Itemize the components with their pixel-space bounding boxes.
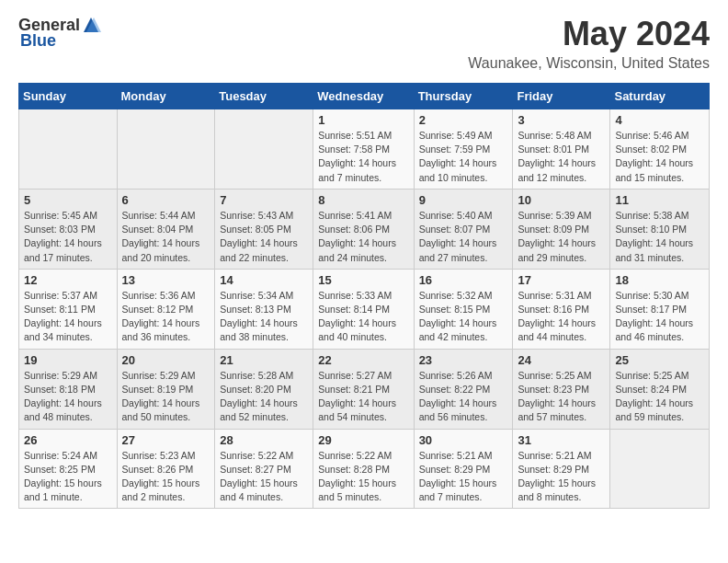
weekday-header-tuesday: Tuesday <box>215 84 313 109</box>
day-number: 26 <box>24 433 112 447</box>
calendar-cell: 21Sunrise: 5:28 AM Sunset: 8:20 PM Dayli… <box>215 349 313 429</box>
day-number: 2 <box>419 113 508 127</box>
day-details: Sunrise: 5:46 AM Sunset: 8:02 PM Dayligh… <box>615 129 704 185</box>
calendar-cell: 23Sunrise: 5:26 AM Sunset: 8:22 PM Dayli… <box>414 349 513 429</box>
day-number: 1 <box>318 113 408 127</box>
day-details: Sunrise: 5:48 AM Sunset: 8:01 PM Dayligh… <box>518 129 605 185</box>
day-details: Sunrise: 5:43 AM Sunset: 8:05 PM Dayligh… <box>220 209 308 265</box>
weekday-header-saturday: Saturday <box>610 84 710 109</box>
day-number: 9 <box>419 193 508 207</box>
day-number: 17 <box>518 273 605 287</box>
week-row-1: 1Sunrise: 5:51 AM Sunset: 7:58 PM Daylig… <box>19 109 710 190</box>
day-number: 16 <box>419 273 508 287</box>
calendar-cell: 10Sunrise: 5:39 AM Sunset: 8:09 PM Dayli… <box>513 189 610 269</box>
day-details: Sunrise: 5:34 AM Sunset: 8:13 PM Dayligh… <box>220 289 308 345</box>
calendar-cell: 25Sunrise: 5:25 AM Sunset: 8:24 PM Dayli… <box>610 349 710 429</box>
calendar-cell: 9Sunrise: 5:40 AM Sunset: 8:07 PM Daylig… <box>414 189 513 269</box>
day-number: 4 <box>615 113 704 127</box>
title-area: May 2024 Waunakee, Wisconsin, United Sta… <box>468 15 710 72</box>
day-number: 21 <box>220 353 308 367</box>
day-details: Sunrise: 5:51 AM Sunset: 7:58 PM Dayligh… <box>318 129 408 185</box>
calendar-cell: 5Sunrise: 5:45 AM Sunset: 8:03 PM Daylig… <box>19 189 118 269</box>
calendar-cell: 6Sunrise: 5:44 AM Sunset: 8:04 PM Daylig… <box>117 189 215 269</box>
calendar-cell: 19Sunrise: 5:29 AM Sunset: 8:18 PM Dayli… <box>19 349 118 429</box>
day-details: Sunrise: 5:38 AM Sunset: 8:10 PM Dayligh… <box>615 209 704 265</box>
day-number: 30 <box>419 433 508 447</box>
day-number: 11 <box>615 193 704 207</box>
day-number: 13 <box>122 273 210 287</box>
calendar-cell: 7Sunrise: 5:43 AM Sunset: 8:05 PM Daylig… <box>215 189 313 269</box>
calendar-cell: 16Sunrise: 5:32 AM Sunset: 8:15 PM Dayli… <box>414 269 513 349</box>
day-details: Sunrise: 5:27 AM Sunset: 8:21 PM Dayligh… <box>318 369 408 425</box>
calendar-cell: 11Sunrise: 5:38 AM Sunset: 8:10 PM Dayli… <box>610 189 710 269</box>
day-details: Sunrise: 5:40 AM Sunset: 8:07 PM Dayligh… <box>419 209 508 265</box>
calendar-cell: 27Sunrise: 5:23 AM Sunset: 8:26 PM Dayli… <box>117 429 215 509</box>
calendar-cell: 3Sunrise: 5:48 AM Sunset: 8:01 PM Daylig… <box>513 109 610 190</box>
day-details: Sunrise: 5:49 AM Sunset: 7:59 PM Dayligh… <box>419 129 508 185</box>
week-row-3: 12Sunrise: 5:37 AM Sunset: 8:11 PM Dayli… <box>19 269 710 349</box>
day-details: Sunrise: 5:30 AM Sunset: 8:17 PM Dayligh… <box>615 289 704 345</box>
month-year: May 2024 <box>468 15 710 53</box>
day-number: 31 <box>518 433 605 447</box>
calendar-cell: 28Sunrise: 5:22 AM Sunset: 8:27 PM Dayli… <box>215 429 313 509</box>
weekday-header-monday: Monday <box>117 84 215 109</box>
day-details: Sunrise: 5:39 AM Sunset: 8:09 PM Dayligh… <box>518 209 605 265</box>
weekday-header-row: SundayMondayTuesdayWednesdayThursdayFrid… <box>19 84 710 109</box>
day-number: 8 <box>318 193 408 207</box>
calendar-cell <box>117 109 215 190</box>
day-details: Sunrise: 5:23 AM Sunset: 8:26 PM Dayligh… <box>122 449 210 505</box>
day-number: 28 <box>220 433 308 447</box>
day-details: Sunrise: 5:22 AM Sunset: 8:28 PM Dayligh… <box>318 449 408 505</box>
calendar-cell <box>610 429 710 509</box>
day-details: Sunrise: 5:45 AM Sunset: 8:03 PM Dayligh… <box>24 209 112 265</box>
day-details: Sunrise: 5:26 AM Sunset: 8:22 PM Dayligh… <box>419 369 508 425</box>
calendar-cell: 8Sunrise: 5:41 AM Sunset: 8:06 PM Daylig… <box>313 189 414 269</box>
day-number: 19 <box>24 353 112 367</box>
logo-icon <box>81 15 101 35</box>
day-number: 5 <box>24 193 112 207</box>
day-details: Sunrise: 5:24 AM Sunset: 8:25 PM Dayligh… <box>24 449 112 505</box>
day-number: 7 <box>220 193 308 207</box>
weekday-header-thursday: Thursday <box>414 84 513 109</box>
day-details: Sunrise: 5:37 AM Sunset: 8:11 PM Dayligh… <box>24 289 112 345</box>
calendar-cell: 14Sunrise: 5:34 AM Sunset: 8:13 PM Dayli… <box>215 269 313 349</box>
logo-blue-text: Blue <box>20 31 56 51</box>
calendar-cell: 1Sunrise: 5:51 AM Sunset: 7:58 PM Daylig… <box>313 109 414 190</box>
calendar-cell: 18Sunrise: 5:30 AM Sunset: 8:17 PM Dayli… <box>610 269 710 349</box>
weekday-header-sunday: Sunday <box>19 84 118 109</box>
day-details: Sunrise: 5:28 AM Sunset: 8:20 PM Dayligh… <box>220 369 308 425</box>
calendar-cell: 20Sunrise: 5:29 AM Sunset: 8:19 PM Dayli… <box>117 349 215 429</box>
calendar-cell: 2Sunrise: 5:49 AM Sunset: 7:59 PM Daylig… <box>414 109 513 190</box>
week-row-4: 19Sunrise: 5:29 AM Sunset: 8:18 PM Dayli… <box>19 349 710 429</box>
day-number: 25 <box>615 353 704 367</box>
calendar-cell: 26Sunrise: 5:24 AM Sunset: 8:25 PM Dayli… <box>19 429 118 509</box>
day-number: 6 <box>122 193 210 207</box>
day-details: Sunrise: 5:36 AM Sunset: 8:12 PM Dayligh… <box>122 289 210 345</box>
calendar-cell: 4Sunrise: 5:46 AM Sunset: 8:02 PM Daylig… <box>610 109 710 190</box>
calendar-cell: 24Sunrise: 5:25 AM Sunset: 8:23 PM Dayli… <box>513 349 610 429</box>
day-number: 24 <box>518 353 605 367</box>
week-row-2: 5Sunrise: 5:45 AM Sunset: 8:03 PM Daylig… <box>19 189 710 269</box>
day-details: Sunrise: 5:44 AM Sunset: 8:04 PM Dayligh… <box>122 209 210 265</box>
day-details: Sunrise: 5:29 AM Sunset: 8:19 PM Dayligh… <box>122 369 210 425</box>
calendar-cell: 17Sunrise: 5:31 AM Sunset: 8:16 PM Dayli… <box>513 269 610 349</box>
day-details: Sunrise: 5:32 AM Sunset: 8:15 PM Dayligh… <box>419 289 508 345</box>
day-number: 22 <box>318 353 408 367</box>
day-details: Sunrise: 5:31 AM Sunset: 8:16 PM Dayligh… <box>518 289 605 345</box>
day-number: 27 <box>122 433 210 447</box>
calendar-cell <box>19 109 118 190</box>
day-details: Sunrise: 5:25 AM Sunset: 8:24 PM Dayligh… <box>615 369 704 425</box>
day-number: 12 <box>24 273 112 287</box>
weekday-header-friday: Friday <box>513 84 610 109</box>
calendar-cell: 13Sunrise: 5:36 AM Sunset: 8:12 PM Dayli… <box>117 269 215 349</box>
day-number: 14 <box>220 273 308 287</box>
day-number: 10 <box>518 193 605 207</box>
week-row-5: 26Sunrise: 5:24 AM Sunset: 8:25 PM Dayli… <box>19 429 710 509</box>
header: General Blue May 2024 Waunakee, Wisconsi… <box>18 15 710 72</box>
day-number: 3 <box>518 113 605 127</box>
calendar-cell: 15Sunrise: 5:33 AM Sunset: 8:14 PM Dayli… <box>313 269 414 349</box>
day-details: Sunrise: 5:21 AM Sunset: 8:29 PM Dayligh… <box>419 449 508 505</box>
day-number: 15 <box>318 273 408 287</box>
location: Waunakee, Wisconsin, United States <box>468 55 710 72</box>
day-details: Sunrise: 5:41 AM Sunset: 8:06 PM Dayligh… <box>318 209 408 265</box>
